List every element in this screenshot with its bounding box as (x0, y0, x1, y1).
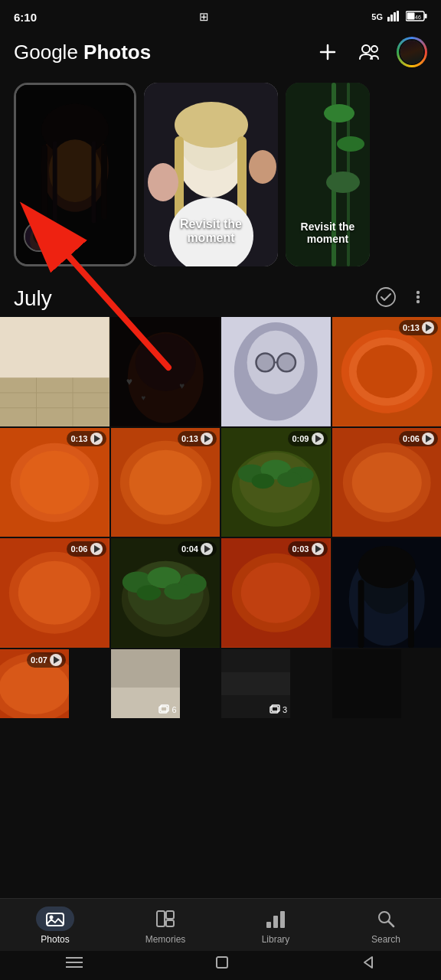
section-month: July (14, 286, 366, 311)
story-card-memory-1[interactable]: Revisit themoment (144, 83, 278, 266)
svg-point-37 (337, 136, 364, 152)
nav-library-label: Library (262, 934, 290, 945)
svg-point-88 (18, 561, 91, 625)
svg-point-41 (377, 288, 395, 306)
svg-point-62 (256, 354, 275, 372)
select-all-button[interactable] (375, 286, 397, 311)
photo-cell[interactable] (221, 317, 331, 426)
svg-rect-3 (397, 11, 399, 21)
svg-rect-51 (0, 317, 109, 377)
signal-bars (387, 11, 401, 24)
avatar-image (400, 41, 423, 64)
back-nav-button[interactable] (361, 956, 375, 972)
play-icon (50, 654, 62, 666)
photo-cell[interactable]: 6 (111, 649, 180, 718)
svg-point-32 (249, 150, 276, 184)
photos-icon-wrap (36, 906, 74, 931)
video-duration-badge: 0:06 (67, 541, 106, 557)
svg-point-36 (324, 104, 354, 122)
photo-cell[interactable]: 0:13 (332, 317, 442, 426)
photo-cell[interactable]: 0:03 (221, 538, 331, 648)
top-bar: Google Photos (0, 31, 441, 77)
svg-point-42 (416, 291, 420, 294)
more-options-button[interactable] (409, 286, 427, 311)
story-card-memory-2[interactable]: Revisit themoment (286, 83, 370, 266)
nav-memories[interactable]: Memories (110, 906, 220, 945)
story-card-add[interactable]: + (14, 83, 136, 266)
photo-cell[interactable]: 0:06 (0, 538, 109, 648)
svg-rect-17 (41, 145, 47, 220)
video-duration-badge: 0:03 (288, 541, 327, 557)
svg-point-82 (277, 472, 302, 487)
svg-rect-20 (91, 141, 96, 223)
user-avatar-button[interactable] (397, 37, 427, 67)
nav-photos[interactable]: Photos (0, 906, 110, 945)
svg-point-74 (129, 449, 201, 514)
home-nav-button[interactable] (215, 956, 229, 972)
section-actions (375, 286, 427, 311)
svg-point-27 (175, 102, 248, 148)
photo-cell[interactable] (332, 649, 401, 718)
nav-library[interactable]: Library (220, 906, 331, 945)
play-icon (422, 322, 434, 334)
photo-cell[interactable]: 0:04 (111, 538, 220, 648)
svg-point-54 (135, 334, 195, 391)
photo-cell[interactable]: 0:09 (221, 428, 331, 537)
svg-rect-117 (47, 913, 64, 926)
play-icon (312, 433, 324, 445)
play-icon (90, 543, 103, 555)
svg-rect-2 (394, 12, 396, 21)
play-icon (201, 543, 213, 555)
nav-search[interactable]: Search (331, 906, 441, 945)
menu-nav-button[interactable] (66, 956, 83, 972)
video-duration-badge: 0:06 (399, 431, 438, 446)
photo-cell[interactable] (0, 317, 109, 426)
svg-point-95 (136, 585, 161, 600)
share-people-button[interactable] (355, 38, 383, 66)
search-icon (377, 910, 395, 928)
photo-cell[interactable]: 0:07 (0, 649, 69, 718)
svg-rect-124 (280, 911, 285, 928)
svg-point-43 (416, 296, 420, 299)
status-time: 6:10 (14, 11, 37, 24)
svg-point-23 (33, 226, 48, 244)
svg-point-11 (371, 46, 377, 52)
svg-rect-5 (425, 14, 427, 18)
photo-cell[interactable]: 0:06 (332, 428, 442, 537)
svg-rect-122 (266, 922, 271, 928)
svg-point-71 (20, 450, 90, 514)
svg-rect-18 (101, 145, 107, 220)
top-bar-icons (314, 37, 427, 67)
svg-marker-131 (364, 957, 372, 968)
svg-point-99 (241, 563, 311, 623)
memories-row: + Revisit themoment (0, 77, 441, 279)
add-button[interactable] (314, 38, 341, 66)
svg-rect-104 (358, 580, 364, 647)
svg-text:46: 46 (415, 15, 421, 20)
svg-rect-6 (407, 12, 415, 19)
svg-rect-46 (0, 377, 109, 426)
nav-search-label: Search (371, 934, 400, 945)
photo-cell[interactable]: 0:13 (111, 428, 220, 537)
photo-cell[interactable]: 0:13 (0, 428, 109, 537)
svg-rect-119 (157, 911, 165, 926)
grid-icon: ⊞ (199, 10, 209, 24)
story-memory-label-2: Revisit themoment (286, 220, 370, 245)
photo-cell[interactable] (332, 538, 442, 648)
svg-point-81 (252, 473, 275, 488)
svg-text:♥: ♥ (141, 394, 145, 402)
play-icon (422, 433, 434, 445)
app-title: Google Photos (14, 41, 305, 64)
battery-icon: 46 (406, 11, 427, 24)
photo-grid: ♥ ♥ ♥ 0:13 (0, 317, 441, 720)
svg-point-38 (326, 172, 360, 193)
photo-cell[interactable]: 3 (221, 649, 290, 718)
photo-cell[interactable]: ♥ ♥ ♥ (111, 317, 220, 426)
svg-point-44 (416, 300, 420, 303)
svg-line-126 (389, 922, 394, 927)
add-to-story-badge: + (44, 242, 58, 256)
signal-icon: 5G (371, 12, 383, 21)
photos-icon (45, 910, 65, 927)
memories-icon (155, 910, 175, 928)
svg-rect-19 (53, 141, 57, 223)
